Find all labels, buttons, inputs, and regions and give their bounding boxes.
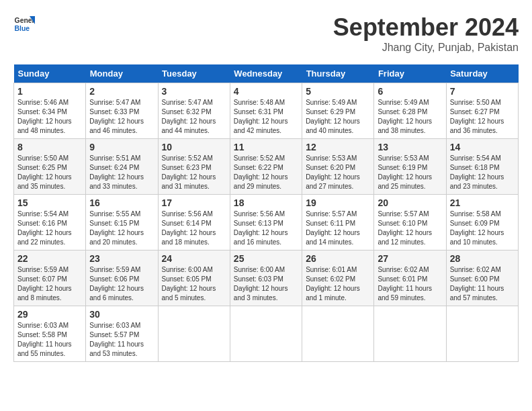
day-number: 10: [162, 142, 226, 152]
day-cell: 10Sunrise: 5:52 AMSunset: 6:23 PMDayligh…: [158, 139, 230, 195]
day-cell: 4Sunrise: 5:48 AMSunset: 6:31 PMDaylight…: [230, 83, 302, 139]
svg-text:Blue: Blue: [15, 25, 30, 32]
title-area: September 2024 Jhang City, Punjab, Pakis…: [333, 13, 519, 54]
day-cell: 12Sunrise: 5:53 AMSunset: 6:20 PMDayligh…: [302, 139, 374, 195]
day-cell: 9Sunrise: 5:51 AMSunset: 6:24 PMDaylight…: [86, 139, 158, 195]
day-detail: Sunrise: 5:53 AMSunset: 6:19 PMDaylight:…: [378, 154, 442, 191]
day-number: 9: [89, 142, 154, 152]
day-cell: 2Sunrise: 5:47 AMSunset: 6:33 PMDaylight…: [86, 83, 158, 139]
logo: General Blue: [13, 13, 35, 35]
day-cell: 30Sunrise: 6:03 AMSunset: 5:57 PMDayligh…: [86, 306, 158, 362]
day-detail: Sunrise: 6:00 AMSunset: 6:03 PMDaylight:…: [234, 265, 298, 303]
day-detail: Sunrise: 5:50 AMSunset: 6:25 PMDaylight:…: [17, 154, 82, 191]
day-number: 1: [17, 86, 82, 97]
day-number: 16: [89, 197, 154, 208]
day-number: 11: [234, 142, 298, 152]
day-cell: 15Sunrise: 5:54 AMSunset: 6:16 PMDayligh…: [14, 195, 86, 250]
day-detail: Sunrise: 5:47 AMSunset: 6:32 PMDaylight:…: [162, 98, 226, 136]
day-cell: 19Sunrise: 5:57 AMSunset: 6:11 PMDayligh…: [302, 195, 374, 250]
day-number: 22: [17, 253, 82, 264]
calendar-title: September 2024: [333, 13, 519, 42]
day-number: 19: [306, 197, 370, 208]
day-number: 27: [378, 253, 442, 264]
day-detail: Sunrise: 5:46 AMSunset: 6:34 PMDaylight:…: [17, 98, 82, 136]
day-detail: Sunrise: 5:49 AMSunset: 6:29 PMDaylight:…: [306, 98, 370, 136]
day-number: 18: [234, 197, 298, 208]
day-detail: Sunrise: 5:59 AMSunset: 6:06 PMDaylight:…: [89, 265, 154, 303]
header-saturday: Saturday: [446, 64, 518, 83]
day-detail: Sunrise: 5:48 AMSunset: 6:31 PMDaylight:…: [234, 98, 298, 136]
day-number: 29: [17, 309, 82, 320]
day-detail: Sunrise: 6:02 AMSunset: 6:01 PMDaylight:…: [378, 265, 442, 303]
calendar-table: SundayMondayTuesdayWednesdayThursdayFrid…: [13, 64, 519, 362]
day-cell: 26Sunrise: 6:01 AMSunset: 6:02 PMDayligh…: [302, 250, 374, 306]
day-cell: 22Sunrise: 5:59 AMSunset: 6:07 PMDayligh…: [14, 250, 86, 306]
day-number: 12: [306, 142, 370, 152]
day-cell: 20Sunrise: 5:57 AMSunset: 6:10 PMDayligh…: [374, 195, 446, 250]
day-number: 15: [17, 197, 82, 208]
header-thursday: Thursday: [302, 64, 374, 83]
day-cell: 23Sunrise: 5:59 AMSunset: 6:06 PMDayligh…: [86, 250, 158, 306]
day-number: 4: [234, 86, 298, 97]
day-detail: Sunrise: 6:02 AMSunset: 6:00 PMDaylight:…: [450, 265, 515, 303]
day-cell: 14Sunrise: 5:54 AMSunset: 6:18 PMDayligh…: [446, 139, 518, 195]
day-detail: Sunrise: 5:57 AMSunset: 6:10 PMDaylight:…: [378, 210, 442, 247]
day-number: 30: [89, 309, 154, 320]
day-cell: 11Sunrise: 5:52 AMSunset: 6:22 PMDayligh…: [230, 139, 302, 195]
day-cell: [374, 306, 446, 362]
day-cell: 1Sunrise: 5:46 AMSunset: 6:34 PMDaylight…: [14, 83, 86, 139]
header-tuesday: Tuesday: [158, 64, 230, 83]
day-detail: Sunrise: 5:57 AMSunset: 6:11 PMDaylight:…: [306, 210, 370, 247]
day-number: 26: [306, 253, 370, 264]
day-detail: Sunrise: 5:58 AMSunset: 6:09 PMDaylight:…: [450, 210, 515, 247]
header-sunday: Sunday: [14, 64, 86, 83]
day-cell: 21Sunrise: 5:58 AMSunset: 6:09 PMDayligh…: [446, 195, 518, 250]
day-number: 25: [234, 253, 298, 264]
day-number: 17: [162, 197, 226, 208]
header-monday: Monday: [86, 64, 158, 83]
day-number: 20: [378, 197, 442, 208]
calendar-header-row: SundayMondayTuesdayWednesdayThursdayFrid…: [14, 64, 519, 83]
day-number: 8: [17, 142, 82, 152]
calendar-body: 1Sunrise: 5:46 AMSunset: 6:34 PMDaylight…: [14, 83, 519, 362]
day-number: 2: [89, 86, 154, 97]
week-row-4: 22Sunrise: 5:59 AMSunset: 6:07 PMDayligh…: [14, 250, 519, 306]
day-cell: 29Sunrise: 6:03 AMSunset: 5:58 PMDayligh…: [14, 306, 86, 362]
week-row-1: 1Sunrise: 5:46 AMSunset: 6:34 PMDaylight…: [14, 83, 519, 139]
day-cell: 6Sunrise: 5:49 AMSunset: 6:28 PMDaylight…: [374, 83, 446, 139]
day-number: 21: [450, 197, 515, 208]
day-cell: 16Sunrise: 5:55 AMSunset: 6:15 PMDayligh…: [86, 195, 158, 250]
day-cell: 7Sunrise: 5:50 AMSunset: 6:27 PMDaylight…: [446, 83, 518, 139]
day-detail: Sunrise: 5:54 AMSunset: 6:18 PMDaylight:…: [450, 154, 515, 191]
day-cell: [158, 306, 230, 362]
day-number: 6: [378, 86, 442, 97]
day-detail: Sunrise: 5:59 AMSunset: 6:07 PMDaylight:…: [17, 265, 82, 303]
day-cell: 17Sunrise: 5:56 AMSunset: 6:14 PMDayligh…: [158, 195, 230, 250]
day-cell: [446, 306, 518, 362]
day-cell: 18Sunrise: 5:56 AMSunset: 6:13 PMDayligh…: [230, 195, 302, 250]
day-detail: Sunrise: 5:54 AMSunset: 6:16 PMDaylight:…: [17, 210, 82, 247]
day-detail: Sunrise: 5:49 AMSunset: 6:28 PMDaylight:…: [378, 98, 442, 136]
day-cell: 5Sunrise: 5:49 AMSunset: 6:29 PMDaylight…: [302, 83, 374, 139]
day-number: 13: [378, 142, 442, 152]
logo-icon: General Blue: [13, 13, 35, 35]
day-cell: 3Sunrise: 5:47 AMSunset: 6:32 PMDaylight…: [158, 83, 230, 139]
day-detail: Sunrise: 6:00 AMSunset: 6:05 PMDaylight:…: [162, 265, 226, 303]
day-detail: Sunrise: 6:03 AMSunset: 5:57 PMDaylight:…: [89, 321, 154, 359]
calendar-subtitle: Jhang City, Punjab, Pakistan: [333, 42, 519, 54]
day-cell: 25Sunrise: 6:00 AMSunset: 6:03 PMDayligh…: [230, 250, 302, 306]
day-number: 7: [450, 86, 515, 97]
day-number: 14: [450, 142, 515, 152]
day-detail: Sunrise: 6:01 AMSunset: 6:02 PMDaylight:…: [306, 265, 370, 303]
day-detail: Sunrise: 5:53 AMSunset: 6:20 PMDaylight:…: [306, 154, 370, 191]
day-number: 28: [450, 253, 515, 264]
day-detail: Sunrise: 5:50 AMSunset: 6:27 PMDaylight:…: [450, 98, 515, 136]
week-row-2: 8Sunrise: 5:50 AMSunset: 6:25 PMDaylight…: [14, 139, 519, 195]
day-detail: Sunrise: 5:52 AMSunset: 6:22 PMDaylight:…: [234, 154, 298, 191]
day-cell: [230, 306, 302, 362]
day-cell: [302, 306, 374, 362]
day-detail: Sunrise: 5:51 AMSunset: 6:24 PMDaylight:…: [89, 154, 154, 191]
header-wednesday: Wednesday: [230, 64, 302, 83]
header: General Blue September 2024 Jhang City, …: [13, 13, 519, 54]
day-cell: 13Sunrise: 5:53 AMSunset: 6:19 PMDayligh…: [374, 139, 446, 195]
